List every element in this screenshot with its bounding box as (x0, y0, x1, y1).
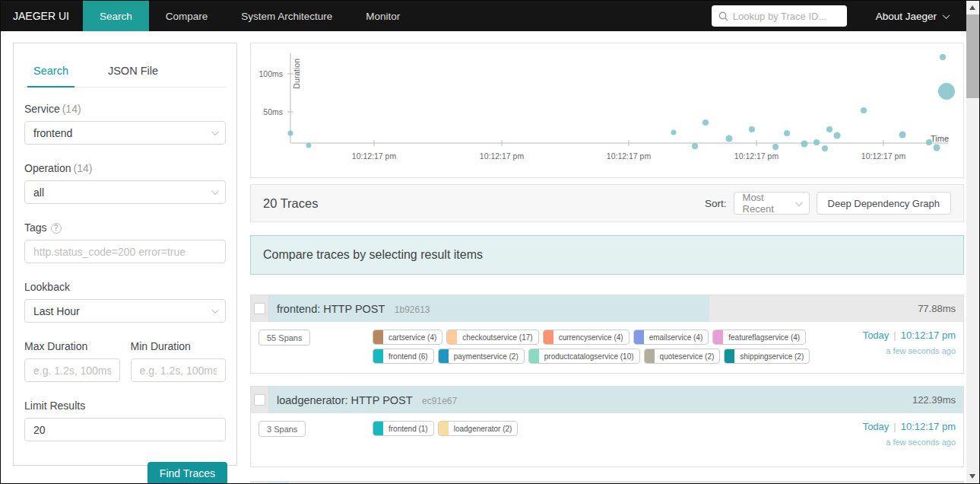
nav-tab-system-architecture[interactable]: System Architecture (224, 1, 349, 31)
service-tag-label: loadgenerator (2) (449, 425, 518, 433)
trace-header[interactable]: frontend: HTTP POST 1b92613 77.88ms (251, 295, 963, 322)
trace-time[interactable]: 10:12:17 pm (901, 421, 956, 432)
service-tag-pill: paymentservice (2) (438, 349, 525, 364)
service-count: (14) (62, 103, 81, 115)
about-jaeger-label: About Jaeger (876, 11, 937, 22)
trace-date[interactable]: Today (863, 421, 890, 432)
limit-results-input[interactable] (33, 424, 217, 436)
compare-banner-text: Compare traces by selecting result items (263, 248, 483, 262)
tags-field: Tags? (23, 221, 227, 263)
compare-banner: Compare traces by selecting result items (250, 235, 964, 275)
svg-text:10:12:17 pm: 10:12:17 pm (480, 151, 525, 161)
service-color-chip (725, 349, 734, 363)
page-scrollbar[interactable] (966, 1, 979, 483)
jaeger-app-window: JAEGER UI Search Compare System Architec… (0, 0, 980, 484)
trace-title: loadgenerator: HTTP POST ec91e67 (269, 387, 963, 413)
service-tag-pill: featureflagservice (4) (712, 330, 806, 345)
service-select[interactable]: frontend (24, 121, 226, 145)
operation-select[interactable]: all (24, 180, 226, 204)
trace-name: frontend: HTTP POST (277, 303, 385, 315)
tags-label: Tags? (24, 221, 226, 234)
service-tag-label: currencyservice (4) (553, 333, 629, 342)
service-color-chip (373, 330, 383, 344)
span-count-pill: 55 Spans (258, 330, 310, 345)
service-tags: frontend (1)loadgenerator (2) (373, 421, 518, 436)
service-select-value: frontend (33, 127, 72, 139)
trace-date[interactable]: Today (863, 330, 890, 341)
service-tag-label: paymentservice (2) (449, 352, 524, 361)
results-header-controls: Sort: Most Recent Deep Dependency Graph (705, 192, 951, 215)
results-main: 100ms50ms10:12:17 pm10:12:17 pm10:12:17 … (250, 43, 964, 484)
help-icon[interactable]: ? (51, 223, 62, 234)
span-count-column: 3 Spans (258, 421, 373, 437)
find-traces-button[interactable]: Find Traces (147, 462, 227, 484)
lookback-field: Lookback Last Hour (23, 281, 227, 323)
trace-timestamp: Today|10:12:17 pm (842, 330, 956, 341)
trace-id: 1b92613 (395, 304, 430, 315)
nav-tab-monitor[interactable]: Monitor (349, 1, 417, 31)
duration-scatter-plot[interactable]: 100ms50ms10:12:17 pm10:12:17 pm10:12:17 … (251, 43, 965, 177)
service-color-chip (645, 349, 655, 363)
nav-tab-search[interactable]: Search (83, 1, 149, 31)
chevron-down-icon (211, 128, 219, 135)
sort-select[interactable]: Most Recent (734, 192, 810, 215)
lookback-select[interactable]: Last Hour (24, 299, 226, 323)
scrollbar-up-arrow-icon[interactable] (969, 5, 975, 10)
svg-text:Duration: Duration (292, 59, 301, 89)
tab-json-file[interactable]: JSON File (102, 57, 164, 87)
sidebar-tabs: Search JSON File (24, 57, 226, 88)
max-duration-field: Max Duration (24, 340, 120, 382)
chevron-down-icon (211, 187, 219, 195)
span-count-pill: 3 Spans (258, 421, 306, 437)
scatter-plot-panel: 100ms50ms10:12:17 pm10:12:17 pm10:12:17 … (250, 43, 964, 178)
search-sidebar: Search JSON File Service(14) frontend Op… (13, 43, 237, 466)
checkbox-column (251, 387, 269, 413)
duration-bar-track: loadgenerator: HTTP POST ec91e67 122.39m… (269, 387, 963, 413)
main-nav: Search Compare System Architecture Monit… (83, 1, 417, 31)
service-tag-pill: emailservice (4) (633, 330, 709, 345)
service-tag-pill: loadgenerator (2) (438, 421, 519, 436)
service-tag-label: quoteservice (2) (655, 352, 720, 361)
app-title[interactable]: JAEGER UI (1, 1, 83, 31)
trace-header[interactable]: loadgenerator: HTTP POST ec91e67 122.39m… (251, 387, 963, 413)
trace-select-checkbox[interactable] (254, 303, 265, 314)
trace-select-checkbox[interactable] (254, 394, 265, 406)
max-duration-input[interactable] (33, 365, 111, 377)
lookback-label: Lookback (24, 281, 226, 293)
service-tag-pill: frontend (6) (373, 349, 434, 364)
service-label: Service(14) (24, 103, 226, 115)
scrollbar-thumb[interactable] (966, 14, 979, 98)
operation-select-value: all (33, 186, 44, 199)
trace-lookup-input[interactable] (733, 11, 840, 22)
trace-duration: 122.39ms (912, 387, 956, 413)
tags-input[interactable] (33, 246, 217, 258)
nav-tab-compare[interactable]: Compare (149, 1, 225, 31)
tab-search[interactable]: Search (27, 57, 75, 88)
min-duration-field: Min Duration (131, 340, 227, 382)
tags-input-box (24, 240, 226, 263)
service-color-chip (447, 330, 457, 344)
deep-dependency-graph-button[interactable]: Deep Dependency Graph (817, 192, 951, 215)
service-tag-pill: productcatalogservice (10) (528, 349, 640, 364)
duration-fields: Max Duration Min Duration (23, 340, 227, 382)
min-duration-input[interactable] (140, 365, 217, 377)
top-nav: JAEGER UI Search Compare System Architec… (1, 1, 979, 31)
service-tag-label: featureflagservice (4) (723, 333, 805, 342)
trace-count: 20 Traces (263, 196, 318, 211)
service-color-chip (529, 349, 539, 363)
scrollbar-down-arrow-icon[interactable] (969, 474, 975, 479)
trace-name: loadgenerator: HTTP POST (277, 394, 413, 406)
svg-text:10:12:17 pm: 10:12:17 pm (861, 151, 906, 161)
service-tag-pill: frontend (1) (373, 421, 434, 436)
service-field: Service(14) frontend (23, 103, 227, 145)
service-color-chip (439, 349, 449, 363)
chevron-down-icon (795, 199, 803, 206)
trace-duration: 77.88ms (918, 295, 956, 322)
service-tag-pill: cartservice (4) (373, 330, 442, 345)
service-tag-label: shippingservice (2) (734, 352, 809, 361)
duration-bar-track: frontend: HTTP POST 1b92613 77.88ms (269, 295, 963, 322)
trace-result-card: frontend: HTTP POST 1b92613 77.88ms 55 S… (250, 295, 964, 374)
trace-time-column: Today|10:12:17 pm a few seconds ago (842, 421, 956, 447)
trace-time[interactable]: 10:12:17 pm (901, 330, 956, 341)
about-jaeger-menu[interactable]: About Jaeger (876, 11, 949, 22)
